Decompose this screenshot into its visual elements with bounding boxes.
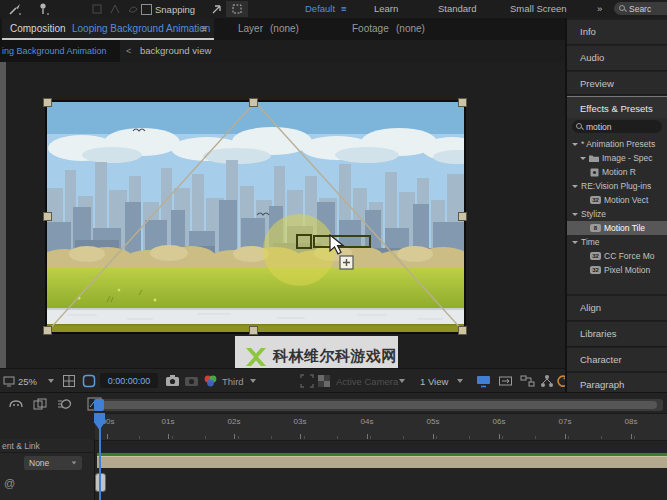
layer-panel-tab[interactable]: Layer <box>238 23 263 34</box>
parent-link-column-header: ent & Link <box>2 441 40 451</box>
info-panel-tab[interactable]: Info <box>567 20 667 45</box>
snapshot-camera-icon[interactable] <box>165 374 180 387</box>
selection-handle-bottom-right[interactable] <box>458 326 467 335</box>
parent-dropdown[interactable]: None <box>24 456 82 470</box>
workspace-overflow-chevrons[interactable]: » <box>597 3 602 14</box>
tree-label: * Animation Presets <box>581 139 655 149</box>
layer-panel-tab-value[interactable]: (none) <box>270 23 299 34</box>
workspace-tab-default[interactable]: Default <box>305 3 335 14</box>
watermark-logo-icon <box>243 344 269 369</box>
tree-item-revision-plugins[interactable]: RE:Vision Plug-ins <box>567 179 667 193</box>
expander-icon[interactable] <box>572 213 578 216</box>
selection-handle-mid-left[interactable] <box>43 212 52 221</box>
tree-item-time[interactable]: Time <box>567 235 667 249</box>
playhead-line[interactable] <box>99 413 101 500</box>
show-snapshot-icon[interactable] <box>184 374 199 387</box>
roto-brush-tool-button[interactable] <box>4 1 26 17</box>
character-panel-tab[interactable]: Character <box>567 348 667 372</box>
selection-handle-top-left[interactable] <box>43 98 52 107</box>
tree-label: Time <box>581 237 600 247</box>
view-layout-chevron-icon[interactable] <box>457 379 463 383</box>
footage-panel-tab[interactable]: Footage <box>352 23 389 34</box>
current-time-display[interactable]: 0:00:00:00 <box>100 373 158 388</box>
tree-item-motion-tile[interactable]: 8 Motion Tile <box>567 221 667 235</box>
pick-whip-icon[interactable]: @ <box>4 477 15 489</box>
frame-blending-icon <box>33 398 47 411</box>
selection-handle-mid-right[interactable] <box>458 212 467 221</box>
mask-visibility-icon[interactable] <box>82 374 96 388</box>
mini-flowchart-icon[interactable] <box>520 374 535 388</box>
tree-label: Image - Spec <box>602 153 653 163</box>
tree-item-motion-vectors[interactable]: 32 Motion Vect <box>567 193 667 207</box>
search-box[interactable]: Searc <box>614 2 667 15</box>
camera-view-chevron-icon[interactable] <box>399 379 405 383</box>
parent-dropdown-value: None <box>29 458 49 468</box>
effects-search-input[interactable]: motion <box>572 120 662 133</box>
viewer-view-name[interactable]: background view <box>140 45 211 56</box>
search-text: Searc <box>629 4 651 14</box>
snapping-checkbox[interactable] <box>141 4 152 15</box>
view-layout-dropdown[interactable]: 1 View <box>420 376 448 387</box>
footage-panel-tab-value[interactable]: (none) <box>396 23 425 34</box>
preview-panel-label: Preview <box>580 78 614 89</box>
viewer-comp-tab[interactable]: ing Background Animation <box>0 40 120 62</box>
selection-handle-bottom-left[interactable] <box>43 326 52 335</box>
workspace-tab-small-screen[interactable]: Small Screen <box>510 3 567 14</box>
magnification-chevron-icon[interactable] <box>48 379 54 383</box>
selection-handle-bottom-center[interactable] <box>249 326 258 335</box>
composition-canvas[interactable] <box>45 100 466 334</box>
composition-panel-menu-icon[interactable]: ≡ <box>201 23 207 34</box>
pixel-aspect-icon[interactable] <box>498 374 513 388</box>
region-of-interest-icon[interactable] <box>300 374 314 388</box>
expander-icon[interactable] <box>572 185 578 188</box>
preview-toggle-icon[interactable] <box>3 375 15 387</box>
snapping-options-button[interactable] <box>206 1 228 17</box>
dashed-box-icon <box>231 3 243 15</box>
shy-toggle-button[interactable] <box>6 395 26 413</box>
effects-search-value: motion <box>586 122 612 132</box>
frame-blending-button[interactable] <box>30 395 50 413</box>
tree-item-pixel-motion-blur[interactable]: 32 Pixel Motion <box>567 263 667 277</box>
bit-depth-badge: 32 <box>590 196 601 204</box>
expander-icon[interactable] <box>580 157 586 160</box>
transparency-grid-icon[interactable] <box>317 374 331 388</box>
preview-panel-tab[interactable]: Preview <box>567 72 667 95</box>
playhead-navigator-handle[interactable] <box>94 399 104 411</box>
effects-presets-panel-tab[interactable]: Effects & Presets <box>567 96 667 120</box>
folder-icon <box>589 154 599 162</box>
motion-blur-button[interactable] <box>54 395 74 413</box>
layer-duration-bar[interactable] <box>97 456 667 468</box>
expander-icon[interactable] <box>572 143 578 146</box>
right-panel: Info Audio Preview Effects & Presets mot… <box>565 18 667 392</box>
composition-viewer[interactable]: 科林维尔科游戏网 <box>0 62 565 368</box>
marquee-options-button[interactable] <box>226 1 248 17</box>
channels-icon[interactable] <box>203 374 218 388</box>
fast-previews-icon[interactable] <box>476 374 491 388</box>
resolution-chevron-icon[interactable] <box>250 379 256 383</box>
align-panel-tab[interactable]: Align <box>567 296 667 321</box>
libraries-panel-tab[interactable]: Libraries <box>567 322 667 347</box>
workspace-menu-icon[interactable]: ≡ <box>341 3 347 14</box>
workspace-tab-learn[interactable]: Learn <box>374 3 398 14</box>
resolution-dropdown[interactable]: Third <box>222 376 244 387</box>
puppet-pin-tool-button[interactable] <box>32 1 54 17</box>
composition-tab-name[interactable]: Looping Background Animation <box>72 23 210 34</box>
tree-item-cc-force-motion-blur[interactable]: 32 CC Force Mo <box>567 249 667 263</box>
time-ruler[interactable]: :00s 01s 02s 03s 04s 05s 06s 07s 08s <box>95 413 667 441</box>
workspace-tab-standard[interactable]: Standard <box>438 3 477 14</box>
selection-handle-top-center[interactable] <box>249 98 258 107</box>
timeline-navigator-bar[interactable] <box>101 401 657 409</box>
tree-item-image-special[interactable]: Image - Spec <box>567 151 667 165</box>
expander-icon[interactable] <box>572 241 578 244</box>
magnification-dropdown[interactable]: 25% <box>18 376 37 387</box>
camera-view-dropdown[interactable]: Active Camera <box>336 376 398 387</box>
network-render-icon[interactable] <box>540 374 554 388</box>
tree-item-stylize[interactable]: Stylize <box>567 207 667 221</box>
grid-guides-icon[interactable] <box>62 374 76 388</box>
audio-panel-tab[interactable]: Audio <box>567 46 667 71</box>
tree-item-animation-presets[interactable]: * Animation Presets <box>567 137 667 151</box>
bit-depth-badge: 32 <box>590 252 601 260</box>
tree-item-motion-preset[interactable]: Motion R <box>567 165 667 179</box>
composition-tab-label[interactable]: Composition <box>10 23 66 34</box>
selection-handle-top-right[interactable] <box>458 98 467 107</box>
